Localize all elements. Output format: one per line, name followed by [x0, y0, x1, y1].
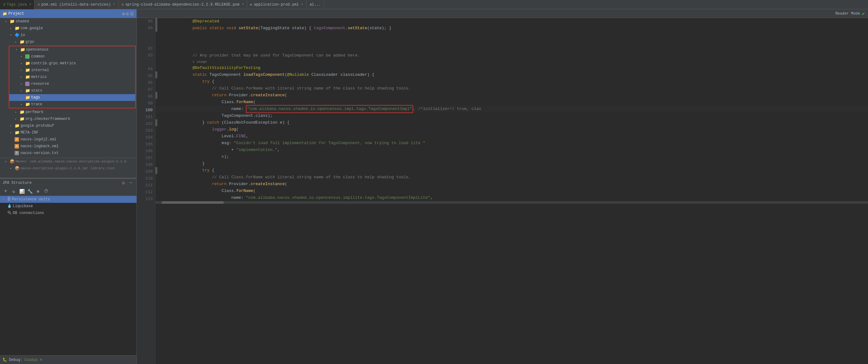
tree-item-tags[interactable]: 📁 tags	[9, 94, 135, 101]
code-line-112[interactable]: Class.forName(	[155, 188, 868, 194]
method-createinstance2: createInstance	[251, 181, 285, 188]
tree-item-common[interactable]: common	[9, 53, 135, 60]
tree-item-metrics[interactable]: 📁 metrics	[9, 74, 135, 80]
gutter-89[interactable]	[155, 25, 157, 32]
maven-item-encryption-plugin[interactable]: 📦 Maven: com.alibaba.nacos:nacos-encrypt…	[0, 158, 136, 165]
tree-item-perfmark[interactable]: 📁 perfmark	[0, 109, 136, 115]
jpa-time-btn[interactable]: ⏱	[43, 188, 49, 194]
code-line-100[interactable]: name: "com.alibaba.nacos.shaded.io.openc…	[155, 106, 868, 112]
code-line-104[interactable]: Level.FINE,	[155, 133, 868, 140]
gutter-98[interactable]	[155, 92, 157, 99]
jpa-gear-btn[interactable]: ⚙	[120, 180, 127, 186]
code-line-98[interactable]: return Provider.createInstance(	[155, 92, 868, 99]
label-nacos-version: nacos-version.txt	[21, 151, 58, 155]
code-line-106[interactable]: + "implementation.",	[155, 146, 868, 154]
folder-grpc-icon: 📁	[20, 39, 25, 44]
code-line-99[interactable]: Class.forName(	[155, 99, 868, 106]
reader-mode-toggle[interactable]: ✔	[862, 10, 865, 17]
code-line-107[interactable]: e);	[155, 154, 868, 160]
tree-item-internal[interactable]: 📁 internal	[9, 67, 135, 74]
line-num-96: 96	[139, 79, 153, 86]
maven-icon: 📦	[10, 159, 14, 164]
tab-al[interactable]: al...	[307, 0, 324, 9]
jpa-item-persistence[interactable]: 🗄 Persistence units	[0, 196, 136, 203]
tree-item-google-protobuf[interactable]: 📁 google.protobuf	[0, 122, 136, 129]
code-line-108[interactable]: }	[155, 160, 868, 167]
line-num-102: 102	[139, 121, 153, 127]
folder-perfmark-icon: 📁	[20, 110, 25, 114]
line-num-110: 110	[139, 175, 153, 182]
gear-icon[interactable]: ⚙	[122, 11, 125, 16]
left-panel: 📁 Project ⚙ ⚙ ☰ 📁 shaded 📁 com.google	[0, 9, 137, 364]
tab-pom-xml[interactable]: X pom.xml (intelli-data-services) ×	[34, 0, 119, 9]
tab-spring-cloud[interactable]: X spring-cloud-alibaba-dependencies-2.2.…	[119, 0, 247, 9]
gutter-102[interactable]	[155, 119, 157, 126]
code-line-95[interactable]: static TagsComponent loadTagsComponent(@…	[155, 71, 868, 78]
jpa-circle-btn[interactable]: ⊕	[35, 188, 41, 194]
jpa-item-liquibase[interactable]: 💧 Liquibase	[0, 203, 136, 210]
code-line-111[interactable]: return Provider.createInstance(	[155, 181, 868, 188]
tab-application-prod[interactable]: ▶ application-prod.yml ×	[247, 0, 307, 9]
jpa-refresh-btn[interactable]: ↻	[10, 188, 17, 194]
code-line-109[interactable]: try {	[155, 167, 868, 174]
pkg-common-icon	[25, 54, 30, 59]
tree-item-io[interactable]: 🔷 io	[0, 32, 136, 38]
tree-item-contrib-grpc[interactable]: 📁 contrib.grpc.metrics	[9, 60, 135, 67]
tree-item-meta-inf[interactable]: 📁 META-INF	[0, 129, 136, 136]
code-line-97[interactable]: // Call Class.forName with literal strin…	[155, 85, 868, 92]
code-111b	[226, 181, 229, 188]
code-line-102[interactable]: } catch (ClassNotFoundException e) {	[155, 119, 868, 126]
dot-4: .	[226, 126, 229, 133]
gutter-109[interactable]	[155, 167, 157, 174]
line-num-94: 94	[139, 66, 153, 73]
tree-item-grpc[interactable]: 📁 grpc	[0, 38, 136, 45]
label-tags: tags	[31, 95, 40, 100]
code-line-105[interactable]: msg: "Couldn't load full implementation …	[155, 140, 868, 146]
code-line-88[interactable]: @Deprecated	[155, 18, 868, 25]
tab-pom-close[interactable]: ×	[113, 3, 115, 6]
maven-item-jar[interactable]: 📦 nacos-encryption-plugin-2.1.0.jar libr…	[0, 165, 136, 172]
folder-io-icon: 🔷	[14, 33, 20, 38]
code-line-113[interactable]: name: "com.alibaba.nacos.shaded.io.openc…	[155, 194, 868, 201]
folder-org-checker-icon: 📁	[20, 117, 25, 122]
tree-item-nacos-logback[interactable]: X nacos-logback.xml	[0, 143, 136, 150]
code-line-110[interactable]: // Call Class.forName with literal strin…	[155, 174, 868, 181]
tab-spring-close[interactable]: ×	[242, 3, 244, 6]
tab-tags-java-close[interactable]: ×	[29, 3, 31, 6]
code-line-101[interactable]: TagsComponent.class);	[155, 112, 868, 119]
label-google-protobuf: google.protobuf	[21, 124, 54, 128]
code-line-96[interactable]: try {	[155, 78, 868, 85]
horizontal-scrollbar[interactable]	[155, 201, 868, 204]
gutter-95[interactable]	[155, 71, 157, 78]
tree-item-com-google[interactable]: 📁 com.google	[0, 25, 136, 32]
tree-item-shaded[interactable]: 📁 shaded	[0, 18, 136, 25]
tree-item-trace[interactable]: 📁 trace	[9, 101, 135, 108]
jpa-minimize-btn[interactable]: −	[128, 180, 134, 186]
settings-icon[interactable]: ⚙	[126, 11, 129, 16]
arrow-tags	[21, 96, 24, 99]
tree-item-nacos-version[interactable]: T nacos-version.txt	[0, 150, 136, 157]
debug-close[interactable]: ×	[39, 358, 42, 362]
layout-icon[interactable]: ☰	[130, 11, 134, 16]
jpa-title: JPA Structure	[2, 181, 32, 185]
scrollbar-thumb[interactable]	[162, 201, 224, 204]
annotation-94: @DefaultVisibilityForTesting	[192, 65, 260, 71]
jpa-add-btn[interactable]: +	[2, 188, 9, 194]
tab-tags-java[interactable]: J Tags.java ×	[0, 0, 34, 9]
debug-app[interactable]: UaaApp	[24, 358, 38, 362]
tree-item-nacos-log4j2[interactable]: X nacos-log4j2.xml	[0, 136, 136, 143]
jpa-chart-btn[interactable]: 📊	[19, 188, 25, 194]
code-line-93[interactable]: // Any provider that may be used for Tag…	[155, 52, 868, 59]
code-line-94[interactable]: @DefaultVisibilityForTesting	[155, 65, 868, 71]
code-103b: (	[236, 126, 239, 133]
tree-item-stats[interactable]: 📁 stats	[9, 87, 135, 94]
tree-item-resource[interactable]: resource	[9, 80, 135, 87]
jpa-header: JPA Structure ⚙ −	[0, 178, 136, 187]
tab-app-prod-close[interactable]: ×	[301, 3, 303, 6]
tree-item-org-checker[interactable]: 📁 org.checkerframework	[0, 115, 136, 122]
tree-item-opencensus[interactable]: 📁 opencensus	[9, 46, 135, 53]
jpa-item-db-connections[interactable]: 🔌 DB connections	[0, 210, 136, 217]
code-line-103[interactable]: logger.log(	[155, 126, 868, 133]
jpa-wrench-btn[interactable]: 🔧	[27, 188, 33, 194]
code-line-89[interactable]: public static void setState(TaggingState…	[155, 25, 868, 32]
